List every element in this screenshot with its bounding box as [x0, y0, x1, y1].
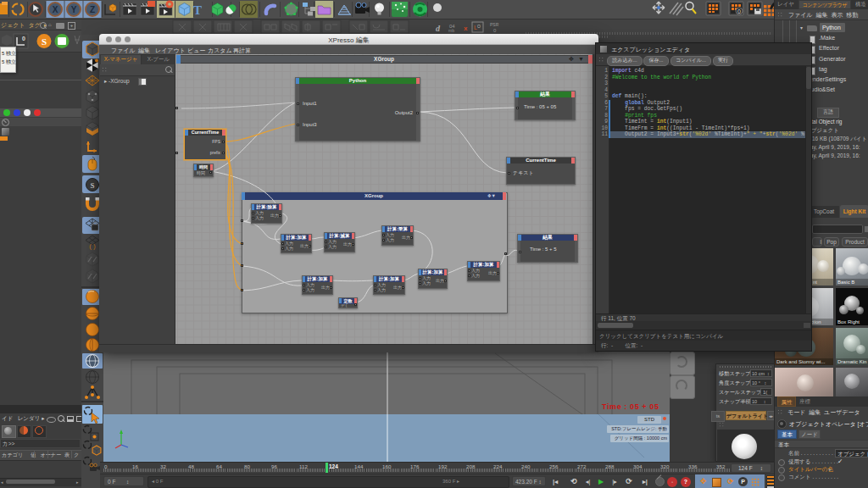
- svg-text:0: 0: [493, 28, 497, 33]
- svg-text:0: 0: [737, 8, 741, 14]
- svg-text:X: X: [53, 5, 58, 14]
- svg-text:O: O: [477, 24, 481, 29]
- svg-text:S: S: [42, 36, 47, 47]
- svg-text:Y: Y: [71, 5, 77, 14]
- svg-text:x: x: [464, 25, 468, 32]
- svg-text:d: d: [436, 24, 441, 33]
- svg-text:T: T: [193, 3, 202, 17]
- svg-text:S: S: [90, 181, 94, 190]
- svg-text:Z: Z: [90, 5, 95, 14]
- svg-text:0: 0: [22, 36, 25, 42]
- svg-text:(): (): [88, 243, 96, 250]
- svg-text:PSR: PSR: [490, 22, 499, 27]
- svg-text:mb: mb: [448, 28, 454, 33]
